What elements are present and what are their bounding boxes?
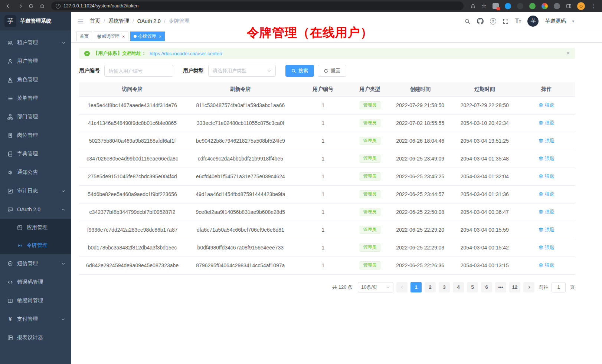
goto-page-input[interactable] (552, 282, 566, 292)
tab-home[interactable]: 首页 (76, 32, 92, 41)
extension-icon-3[interactable] (517, 3, 523, 9)
sidebar-item-dept[interactable]: 部门管理 (0, 107, 71, 126)
chevron-down-icon (386, 285, 390, 289)
doc-link[interactable]: https://doc.iocoder.cn/user-center/ (150, 51, 222, 56)
table-row: c347026e805e4d99b0d116eae66eda8c cdfc4ce… (79, 150, 575, 168)
table-row: 275e5de9151045fe87cbdc395e004f4d e6cfd40… (79, 168, 575, 185)
sidebar-item-menu[interactable]: 菜单管理 (0, 89, 71, 107)
sidebar-item-user[interactable]: 用户管理 (0, 52, 71, 70)
page-button-4[interactable]: 4 (453, 282, 464, 292)
sidebar-item-tenant[interactable]: 租户管理 (0, 33, 71, 52)
browser-profile-avatar[interactable]: ☺ (577, 2, 585, 10)
tab-token[interactable]: 令牌管理× (130, 32, 165, 41)
force-logout-button[interactable]: 强退 (539, 173, 554, 180)
more-pages-button[interactable]: ••• (495, 282, 506, 292)
user-id-input[interactable] (104, 65, 173, 77)
font-size-icon[interactable]: TT (515, 18, 521, 24)
page-size-select[interactable]: 10条/页 (358, 282, 393, 292)
app-logo[interactable]: 芋 芋道管理系统 (0, 12, 71, 30)
force-logout-button[interactable]: 强退 (539, 120, 554, 126)
forward-icon[interactable] (15, 1, 24, 10)
reload-icon[interactable] (26, 1, 36, 10)
force-logout-button[interactable]: 强退 (539, 262, 554, 269)
search-button[interactable]: 搜索 (285, 65, 314, 77)
sidebar-item-post[interactable]: 岗位管理 (0, 126, 71, 145)
page-button-3[interactable]: 3 (439, 282, 450, 292)
breadcrumb-home[interactable]: 首页 (90, 18, 100, 24)
prev-page-button[interactable] (396, 282, 408, 292)
close-tab-icon[interactable]: × (159, 34, 162, 39)
sidebar-item-token-mgmt[interactable]: 令牌管理 (0, 236, 71, 254)
sidebar-item-report-designer[interactable]: 报表设计器 (0, 328, 71, 347)
help-icon[interactable]: ? (490, 18, 496, 24)
user-avatar[interactable]: 芋 (527, 16, 539, 27)
page-button-6[interactable]: 6 (481, 282, 492, 292)
access-token-cell: 6d842e2924594de9a09e45e087323abe (79, 257, 186, 274)
extension-icon-1[interactable] (493, 3, 499, 9)
next-page-button[interactable] (523, 282, 534, 292)
force-logout-button[interactable]: 强退 (539, 209, 554, 215)
fullscreen-icon[interactable] (503, 18, 509, 24)
page-button-12[interactable]: 12 (509, 282, 520, 292)
search-icon[interactable] (464, 18, 471, 24)
page-button-2[interactable]: 2 (425, 282, 436, 292)
user-menu-caret-icon[interactable]: ▾ (572, 19, 574, 24)
user-type-select[interactable]: 请选择用户类型 (208, 65, 276, 77)
browser-menu-icon[interactable]: ⋮ (589, 1, 598, 10)
bookmark-star-icon[interactable]: ☆ (479, 1, 489, 10)
force-logout-button[interactable]: 强退 (539, 191, 554, 198)
extension-icon-5[interactable] (542, 3, 548, 9)
sidebar-item-app-mgmt[interactable]: 应用管理 (0, 219, 71, 236)
site-info-icon[interactable]: i (56, 4, 60, 9)
url-text[interactable]: 127.0.0.1:1024/system/oauth2/token (63, 3, 459, 9)
sidebar-item-label: 通知公告 (17, 169, 65, 176)
force-logout-button[interactable]: 强退 (539, 226, 554, 233)
side-panel-icon[interactable] (564, 1, 573, 10)
page-button-1[interactable]: 1 (410, 282, 422, 292)
extension-icon-4[interactable] (529, 3, 536, 9)
user-name[interactable]: 芋道源码 (545, 18, 566, 24)
share-icon[interactable] (468, 1, 478, 10)
menu-list-icon (7, 96, 13, 101)
user-id-cell: 1 (295, 185, 351, 203)
force-logout-button[interactable]: 强退 (539, 155, 554, 162)
breadcrumb-oauth[interactable]: OAuth 2.0 (137, 18, 161, 24)
sidebar-item-dict[interactable]: 字典管理 (0, 145, 71, 163)
sidebar-item-label: 应用管理 (27, 224, 65, 231)
access-token-cell: c347026e805e4d99b0d116eae66eda8c (79, 150, 186, 168)
github-icon[interactable] (477, 18, 484, 24)
home-icon[interactable] (37, 1, 47, 10)
sidebar-item-error-code[interactable]: 错误码管理 (0, 273, 71, 291)
alert-close-icon[interactable]: × (566, 50, 570, 57)
tab-sensitive-word[interactable]: 敏感词管理× (94, 32, 128, 41)
hamburger-menu-icon[interactable] (77, 18, 84, 24)
page-button-5[interactable]: 5 (467, 282, 478, 292)
table-row: 41c41346a548490f9dc8b01c6bfe0865 333ecfc… (79, 114, 575, 132)
sidebar-item-sms[interactable]: 短信管理 (0, 254, 71, 273)
sidebar-item-oauth[interactable]: OAuth 2.0 (0, 200, 71, 219)
doc-alert: 【用户体系】文档地址： https://doc.iocoder.cn/user-… (79, 48, 575, 59)
force-logout-button[interactable]: 强退 (539, 244, 554, 251)
sidebar-item-audit-log[interactable]: 审计日志 (0, 182, 71, 200)
close-tab-icon[interactable]: × (122, 34, 125, 39)
sidebar-item-notice[interactable]: 通知公告 (0, 163, 71, 182)
sidebar-item-sensitive-word[interactable]: 敏感词管理 (0, 291, 71, 310)
back-icon[interactable] (4, 1, 13, 10)
token-table: 访问令牌 刷新令牌 用户编号 用户类型 创建时间 过期时间 操作 1ea5e44… (79, 82, 575, 275)
user-id-cell: 1 (295, 221, 351, 239)
address-bar[interactable]: i 127.0.0.1:1024/system/oauth2/token (51, 1, 464, 10)
force-logout-button[interactable]: 强退 (539, 102, 554, 109)
reset-button[interactable]: 重置 (318, 65, 346, 77)
breadcrumb-separator: / (132, 18, 134, 24)
open-book-icon (7, 298, 13, 304)
user-id-cell: 1 (295, 168, 351, 185)
edit-log-icon (7, 188, 13, 194)
sidebar-item-role[interactable]: 角色管理 (0, 70, 71, 89)
extension-icon-6[interactable] (554, 3, 560, 9)
extension-icon-2[interactable] (505, 3, 511, 9)
breadcrumb-system[interactable]: 系统管理 (108, 18, 129, 24)
sidebar-item-payment[interactable]: ¥ 支付管理 (0, 310, 71, 328)
force-logout-button[interactable]: 强退 (539, 138, 554, 144)
action-cell: 强退 (518, 114, 575, 132)
expire-time-cell: 2022-07-29 22:28:50 (451, 96, 518, 114)
